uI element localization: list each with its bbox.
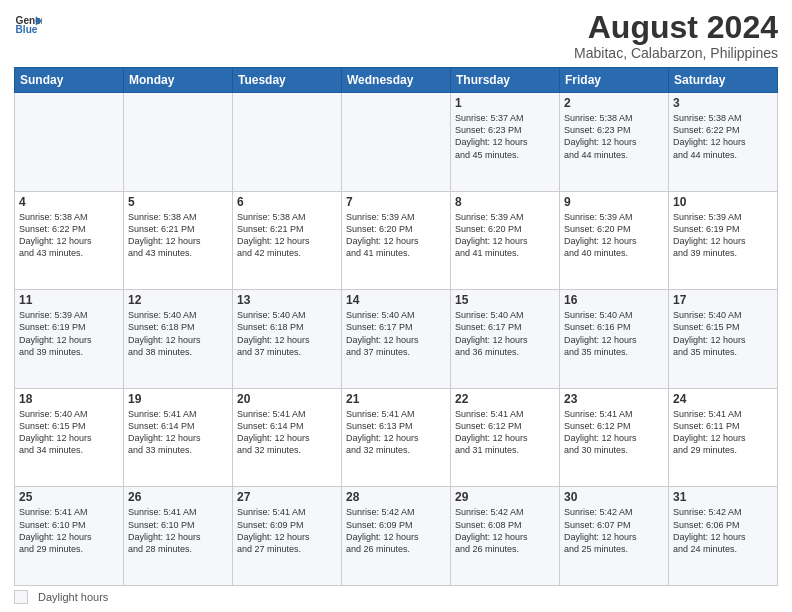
day-info: Sunrise: 5:38 AMSunset: 6:23 PMDaylight:… — [564, 112, 664, 161]
calendar-cell: 28Sunrise: 5:42 AMSunset: 6:09 PMDayligh… — [342, 487, 451, 586]
day-info: Sunrise: 5:41 AMSunset: 6:13 PMDaylight:… — [346, 408, 446, 457]
header: General Blue August 2024 Mabitac, Calaba… — [14, 10, 778, 61]
day-number: 5 — [128, 195, 228, 209]
day-info: Sunrise: 5:39 AMSunset: 6:20 PMDaylight:… — [346, 211, 446, 260]
logo: General Blue — [14, 10, 42, 38]
day-info: Sunrise: 5:42 AMSunset: 6:09 PMDaylight:… — [346, 506, 446, 555]
main-title: August 2024 — [574, 10, 778, 45]
calendar-cell: 21Sunrise: 5:41 AMSunset: 6:13 PMDayligh… — [342, 388, 451, 487]
weekday-header-cell: Tuesday — [233, 68, 342, 93]
day-number: 18 — [19, 392, 119, 406]
day-number: 2 — [564, 96, 664, 110]
calendar-cell: 15Sunrise: 5:40 AMSunset: 6:17 PMDayligh… — [451, 290, 560, 389]
calendar-cell: 20Sunrise: 5:41 AMSunset: 6:14 PMDayligh… — [233, 388, 342, 487]
day-info: Sunrise: 5:41 AMSunset: 6:10 PMDaylight:… — [128, 506, 228, 555]
day-info: Sunrise: 5:38 AMSunset: 6:21 PMDaylight:… — [237, 211, 337, 260]
calendar-cell — [15, 93, 124, 192]
weekday-header-cell: Wednesday — [342, 68, 451, 93]
day-info: Sunrise: 5:41 AMSunset: 6:09 PMDaylight:… — [237, 506, 337, 555]
day-info: Sunrise: 5:40 AMSunset: 6:16 PMDaylight:… — [564, 309, 664, 358]
day-number: 7 — [346, 195, 446, 209]
title-block: August 2024 Mabitac, Calabarzon, Philipp… — [574, 10, 778, 61]
day-number: 31 — [673, 490, 773, 504]
day-number: 13 — [237, 293, 337, 307]
day-info: Sunrise: 5:38 AMSunset: 6:21 PMDaylight:… — [128, 211, 228, 260]
day-number: 15 — [455, 293, 555, 307]
calendar-cell: 11Sunrise: 5:39 AMSunset: 6:19 PMDayligh… — [15, 290, 124, 389]
day-number: 29 — [455, 490, 555, 504]
weekday-header-cell: Monday — [124, 68, 233, 93]
svg-text:Blue: Blue — [16, 24, 38, 35]
day-info: Sunrise: 5:37 AMSunset: 6:23 PMDaylight:… — [455, 112, 555, 161]
day-info: Sunrise: 5:39 AMSunset: 6:19 PMDaylight:… — [19, 309, 119, 358]
weekday-header-cell: Saturday — [669, 68, 778, 93]
calendar-cell: 27Sunrise: 5:41 AMSunset: 6:09 PMDayligh… — [233, 487, 342, 586]
day-info: Sunrise: 5:42 AMSunset: 6:06 PMDaylight:… — [673, 506, 773, 555]
day-info: Sunrise: 5:39 AMSunset: 6:19 PMDaylight:… — [673, 211, 773, 260]
calendar-cell: 4Sunrise: 5:38 AMSunset: 6:22 PMDaylight… — [15, 191, 124, 290]
day-info: Sunrise: 5:41 AMSunset: 6:12 PMDaylight:… — [564, 408, 664, 457]
day-info: Sunrise: 5:39 AMSunset: 6:20 PMDaylight:… — [564, 211, 664, 260]
day-number: 26 — [128, 490, 228, 504]
day-info: Sunrise: 5:38 AMSunset: 6:22 PMDaylight:… — [19, 211, 119, 260]
calendar-week-row: 1Sunrise: 5:37 AMSunset: 6:23 PMDaylight… — [15, 93, 778, 192]
calendar-cell: 6Sunrise: 5:38 AMSunset: 6:21 PMDaylight… — [233, 191, 342, 290]
day-info: Sunrise: 5:40 AMSunset: 6:17 PMDaylight:… — [455, 309, 555, 358]
day-number: 12 — [128, 293, 228, 307]
day-number: 28 — [346, 490, 446, 504]
day-info: Sunrise: 5:40 AMSunset: 6:15 PMDaylight:… — [673, 309, 773, 358]
calendar-cell: 8Sunrise: 5:39 AMSunset: 6:20 PMDaylight… — [451, 191, 560, 290]
calendar-cell: 12Sunrise: 5:40 AMSunset: 6:18 PMDayligh… — [124, 290, 233, 389]
day-number: 19 — [128, 392, 228, 406]
calendar-cell: 2Sunrise: 5:38 AMSunset: 6:23 PMDaylight… — [560, 93, 669, 192]
day-number: 23 — [564, 392, 664, 406]
day-info: Sunrise: 5:41 AMSunset: 6:11 PMDaylight:… — [673, 408, 773, 457]
day-info: Sunrise: 5:40 AMSunset: 6:18 PMDaylight:… — [128, 309, 228, 358]
legend-box — [14, 590, 28, 604]
footer: Daylight hours — [14, 590, 778, 604]
day-number: 16 — [564, 293, 664, 307]
weekday-header-cell: Friday — [560, 68, 669, 93]
day-info: Sunrise: 5:40 AMSunset: 6:18 PMDaylight:… — [237, 309, 337, 358]
calendar-cell — [342, 93, 451, 192]
calendar-cell: 17Sunrise: 5:40 AMSunset: 6:15 PMDayligh… — [669, 290, 778, 389]
day-number: 24 — [673, 392, 773, 406]
logo-icon: General Blue — [14, 10, 42, 38]
calendar-cell: 13Sunrise: 5:40 AMSunset: 6:18 PMDayligh… — [233, 290, 342, 389]
day-number: 20 — [237, 392, 337, 406]
day-info: Sunrise: 5:40 AMSunset: 6:15 PMDaylight:… — [19, 408, 119, 457]
day-info: Sunrise: 5:42 AMSunset: 6:08 PMDaylight:… — [455, 506, 555, 555]
day-info: Sunrise: 5:39 AMSunset: 6:20 PMDaylight:… — [455, 211, 555, 260]
calendar-cell: 3Sunrise: 5:38 AMSunset: 6:22 PMDaylight… — [669, 93, 778, 192]
day-info: Sunrise: 5:41 AMSunset: 6:10 PMDaylight:… — [19, 506, 119, 555]
day-number: 22 — [455, 392, 555, 406]
day-number: 9 — [564, 195, 664, 209]
calendar-cell: 1Sunrise: 5:37 AMSunset: 6:23 PMDaylight… — [451, 93, 560, 192]
calendar-week-row: 18Sunrise: 5:40 AMSunset: 6:15 PMDayligh… — [15, 388, 778, 487]
subtitle: Mabitac, Calabarzon, Philippines — [574, 45, 778, 61]
day-number: 17 — [673, 293, 773, 307]
calendar-week-row: 25Sunrise: 5:41 AMSunset: 6:10 PMDayligh… — [15, 487, 778, 586]
calendar-cell — [233, 93, 342, 192]
day-info: Sunrise: 5:41 AMSunset: 6:12 PMDaylight:… — [455, 408, 555, 457]
calendar-cell: 5Sunrise: 5:38 AMSunset: 6:21 PMDaylight… — [124, 191, 233, 290]
calendar-cell: 30Sunrise: 5:42 AMSunset: 6:07 PMDayligh… — [560, 487, 669, 586]
day-info: Sunrise: 5:38 AMSunset: 6:22 PMDaylight:… — [673, 112, 773, 161]
calendar-cell: 10Sunrise: 5:39 AMSunset: 6:19 PMDayligh… — [669, 191, 778, 290]
calendar-cell: 16Sunrise: 5:40 AMSunset: 6:16 PMDayligh… — [560, 290, 669, 389]
day-number: 11 — [19, 293, 119, 307]
day-info: Sunrise: 5:41 AMSunset: 6:14 PMDaylight:… — [128, 408, 228, 457]
calendar-cell: 9Sunrise: 5:39 AMSunset: 6:20 PMDaylight… — [560, 191, 669, 290]
legend-label: Daylight hours — [38, 591, 108, 603]
calendar-cell: 23Sunrise: 5:41 AMSunset: 6:12 PMDayligh… — [560, 388, 669, 487]
calendar-cell: 29Sunrise: 5:42 AMSunset: 6:08 PMDayligh… — [451, 487, 560, 586]
calendar-week-row: 4Sunrise: 5:38 AMSunset: 6:22 PMDaylight… — [15, 191, 778, 290]
calendar-cell: 25Sunrise: 5:41 AMSunset: 6:10 PMDayligh… — [15, 487, 124, 586]
day-info: Sunrise: 5:41 AMSunset: 6:14 PMDaylight:… — [237, 408, 337, 457]
calendar-cell — [124, 93, 233, 192]
weekday-header: SundayMondayTuesdayWednesdayThursdayFrid… — [15, 68, 778, 93]
calendar-cell: 18Sunrise: 5:40 AMSunset: 6:15 PMDayligh… — [15, 388, 124, 487]
day-number: 21 — [346, 392, 446, 406]
calendar-cell: 31Sunrise: 5:42 AMSunset: 6:06 PMDayligh… — [669, 487, 778, 586]
day-number: 14 — [346, 293, 446, 307]
